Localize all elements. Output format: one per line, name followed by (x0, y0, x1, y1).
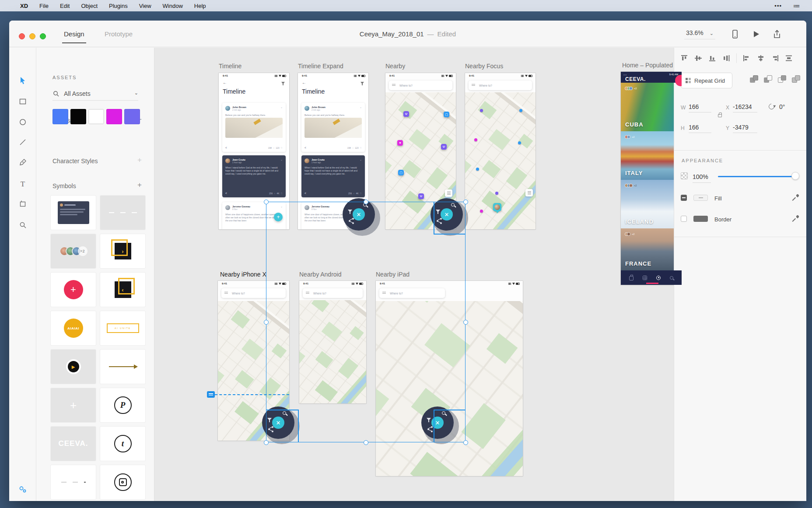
line-tool-button[interactable] (16, 136, 29, 149)
text-tool-button[interactable]: T (16, 178, 29, 191)
height-input[interactable]: 166 (689, 124, 711, 133)
symbol-prev-button[interactable]: ‹ (100, 273, 145, 307)
tab-prototype[interactable]: Prototype (105, 21, 133, 47)
menu-window[interactable]: Window (163, 3, 183, 9)
selection-handle[interactable] (264, 440, 269, 445)
zoom-window-button[interactable] (40, 33, 46, 39)
symbol-aiaiai-logo[interactable]: AIAIAI (51, 311, 96, 345)
assets-panel-button[interactable] (16, 483, 29, 496)
select-tool-button[interactable] (16, 74, 29, 87)
menu-help[interactable]: Help (194, 3, 206, 9)
align-right-button[interactable] (771, 55, 779, 62)
border-eyedropper-icon[interactable] (792, 215, 799, 222)
fab-menu-expanded[interactable]: ✕ (262, 406, 300, 444)
distribute-horizontal-button[interactable] (785, 55, 793, 62)
y-input[interactable]: -3479 (733, 124, 757, 133)
symbol-dashes-small[interactable] (51, 465, 96, 499)
selection-handle[interactable] (364, 440, 368, 445)
fab-menu-expanded[interactable]: ✕ (343, 198, 380, 236)
align-bottom-button[interactable] (708, 55, 716, 62)
artboard-label-nearby[interactable]: Nearby (385, 63, 405, 70)
artboard-label-nearby-focus[interactable]: Nearby Focus (465, 63, 503, 70)
zoom-tool-button[interactable] (16, 218, 29, 231)
pen-tool-button[interactable] (16, 156, 29, 169)
color-swatch[interactable] (70, 109, 86, 124)
repeat-grid-button[interactable]: Repeat Grid (681, 73, 732, 88)
minimize-window-button[interactable] (29, 33, 35, 39)
symbol-play-button[interactable]: ▶ (51, 350, 96, 384)
menubar-list-icon[interactable]: ≔ (793, 2, 801, 10)
design-canvas[interactable]: Timeline Timeline Expand Nearby Nearby F… (154, 48, 683, 501)
selection-handle[interactable] (463, 440, 468, 445)
align-horizontal-center-button[interactable] (757, 55, 765, 62)
color-swatch[interactable] (106, 109, 122, 124)
repeat-grid-drag-handle[interactable] (207, 391, 215, 398)
opacity-slider-track[interactable] (718, 176, 796, 177)
symbol-instagram[interactable] (100, 465, 145, 499)
selection-handle[interactable] (463, 320, 468, 325)
symbol-arrow[interactable] (100, 350, 145, 384)
symbol-placeholder-dashes[interactable] (100, 196, 145, 230)
zoom-level-dropdown[interactable]: 33.6%⌄ (684, 29, 715, 39)
intersect-shape-button[interactable] (778, 75, 786, 84)
share-export-button[interactable] (772, 30, 782, 39)
symbol-add-placeholder[interactable]: + (51, 388, 96, 422)
border-color-swatch[interactable] (693, 216, 708, 222)
artboard-timeline[interactable]: 9:41 ← Timeline John Brown 2 min ago ⌄ B… (219, 73, 289, 229)
lock-aspect-icon[interactable] (718, 114, 722, 117)
fab-menu-expanded[interactable]: ✕ (421, 406, 459, 444)
play-preview-button[interactable] (751, 30, 761, 39)
add-post-fab[interactable]: + (274, 213, 283, 221)
artboard-nearby-android[interactable]: 9:41 Where to? (299, 281, 366, 403)
artboard-tool-button[interactable] (16, 197, 29, 210)
add-shape-button[interactable] (750, 75, 758, 84)
exclude-overlap-button[interactable] (792, 75, 800, 84)
artboard-label-home-populated[interactable]: Home – Populated (622, 62, 673, 69)
width-input[interactable]: 166 (689, 103, 711, 112)
fill-color-swatch[interactable] (693, 195, 708, 201)
symbol-avatar-group[interactable]: +2 (51, 234, 96, 268)
menu-view[interactable]: View (139, 3, 151, 9)
add-character-style-button[interactable]: + (136, 157, 143, 163)
align-left-button[interactable] (743, 55, 751, 62)
align-top-button[interactable] (680, 55, 688, 62)
symbol-ceeva-logo[interactable]: CEEVA. (51, 427, 96, 461)
menu-file[interactable]: File (39, 3, 49, 9)
artboard-label-nearby-android[interactable]: Nearby Android (299, 271, 342, 278)
menubar-more-icon[interactable]: ••• (774, 3, 782, 9)
artboard-home-populated[interactable]: ••• 9:41 AM CEEVA. +2 CUBA +2 ITALY +2 I… (621, 72, 682, 285)
align-vertical-center-button[interactable] (694, 55, 702, 62)
menu-edit[interactable]: Edit (60, 3, 70, 9)
close-fab-button[interactable]: ✕ (353, 208, 365, 221)
close-fab-button[interactable]: ✕ (272, 417, 284, 429)
artboard-label-nearby-ipad[interactable]: Nearby iPad (376, 271, 410, 278)
close-window-button[interactable] (19, 33, 25, 39)
fab-menu-expanded[interactable]: ✕ (430, 198, 468, 236)
selection-handle[interactable] (463, 200, 468, 204)
artboard-label-timeline-expand[interactable]: Timeline Expand (298, 63, 343, 70)
selection-handle[interactable] (264, 200, 269, 204)
symbol-twitter[interactable]: t (100, 427, 145, 461)
selection-handle[interactable] (364, 200, 368, 204)
menu-plugins[interactable]: Plugins (109, 3, 128, 9)
distribute-vertical-button[interactable] (722, 55, 730, 62)
symbol-add-button-red[interactable]: + (51, 273, 96, 307)
symbol-tweet-card[interactable] (51, 196, 96, 230)
symbol-next-button[interactable]: › (100, 234, 145, 268)
add-symbol-button[interactable]: + (136, 182, 143, 188)
assets-filter-dropdown[interactable]: All Assets ⌄ (52, 89, 138, 101)
x-input[interactable]: -16234 (733, 103, 757, 112)
subtract-shape-button[interactable] (764, 75, 772, 84)
rotation-input[interactable]: 0° (779, 103, 796, 112)
fill-checkbox[interactable] (681, 195, 687, 201)
rectangle-tool-button[interactable] (16, 95, 29, 108)
artboard-label-nearby-iphonex[interactable]: Nearby iPhone X (220, 271, 266, 278)
close-fab-button[interactable]: ✕ (441, 208, 453, 221)
border-checkbox[interactable] (681, 216, 687, 222)
symbol-yellow-outline-button[interactable]: AI UNITE (100, 311, 145, 345)
artboard-label-timeline[interactable]: Timeline (219, 63, 242, 70)
device-preview-button[interactable] (730, 30, 740, 39)
artboard-nearby-focus[interactable]: 9:41 Where to? (465, 73, 536, 229)
color-swatch[interactable] (88, 109, 104, 124)
fill-eyedropper-icon[interactable] (792, 194, 799, 201)
